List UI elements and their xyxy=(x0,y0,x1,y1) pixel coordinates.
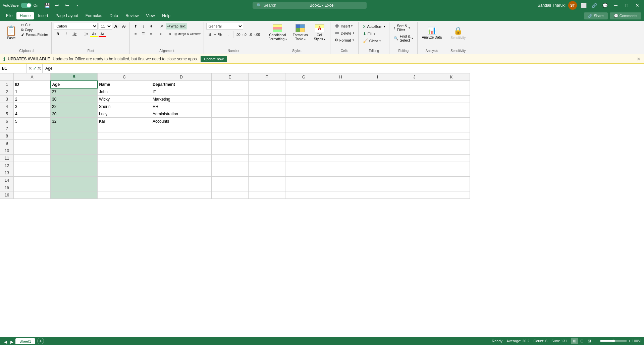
col-header-I[interactable]: I xyxy=(359,73,396,81)
cell-C4[interactable]: Sherin xyxy=(98,103,151,110)
cell-J15[interactable] xyxy=(396,184,433,191)
cell-K12[interactable] xyxy=(433,162,470,169)
cell-C7[interactable] xyxy=(98,125,151,132)
increase-font-btn[interactable]: A↑ xyxy=(113,23,120,30)
cell-A5[interactable]: 4 xyxy=(14,110,51,118)
cell-C3[interactable]: Wicky xyxy=(98,96,151,103)
cell-C10[interactable] xyxy=(98,147,151,155)
cell-A1[interactable]: ID xyxy=(14,81,51,88)
col-header-H[interactable]: H xyxy=(322,73,359,81)
comments-icon[interactable]: 💬 xyxy=(601,1,609,9)
row-header-16[interactable]: 16 xyxy=(0,191,14,199)
cell-F6[interactable] xyxy=(249,118,285,125)
cell-F5[interactable] xyxy=(249,110,285,118)
comments-button[interactable]: 💬 Comments xyxy=(610,12,641,19)
col-header-A[interactable]: A xyxy=(14,73,51,81)
cell-K14[interactable] xyxy=(433,177,470,184)
sort-filter-btn[interactable]: ↕ Sort &Filter ▾ xyxy=(392,23,415,33)
cell-I11[interactable] xyxy=(359,155,396,162)
cell-B12[interactable] xyxy=(51,162,98,169)
cell-G5[interactable] xyxy=(285,110,322,118)
cell-E4[interactable] xyxy=(212,103,249,110)
underline-button[interactable]: U ▾ xyxy=(71,31,78,37)
cell-F15[interactable] xyxy=(249,184,285,191)
col-header-G[interactable]: G xyxy=(285,73,322,81)
cell-E13[interactable] xyxy=(212,169,249,177)
cell-F1[interactable] xyxy=(249,81,285,88)
cell-B14[interactable] xyxy=(51,177,98,184)
align-top-btn[interactable]: ⬆ xyxy=(132,23,139,30)
cell-D14[interactable] xyxy=(151,177,212,184)
cell-H16[interactable] xyxy=(322,191,359,199)
cell-H10[interactable] xyxy=(322,147,359,155)
fill-btn[interactable]: ⬇ Fill ▾ xyxy=(361,31,387,37)
cell-H11[interactable] xyxy=(322,155,359,162)
sheet-tab-sheet1[interactable]: Sheet1 xyxy=(15,338,35,344)
cell-A15[interactable] xyxy=(14,184,51,191)
cell-D3[interactable]: Marketing xyxy=(151,96,212,103)
cell-C11[interactable] xyxy=(98,155,151,162)
row-header-2[interactable]: 2 xyxy=(0,88,14,96)
cell-F3[interactable] xyxy=(249,96,285,103)
cell-E3[interactable] xyxy=(212,96,249,103)
quick-access-dropdown[interactable]: ▾ xyxy=(73,1,81,9)
cell-B15[interactable] xyxy=(51,184,98,191)
cell-E1[interactable] xyxy=(212,81,249,88)
cell-H4[interactable] xyxy=(322,103,359,110)
cell-B2[interactable]: 27 xyxy=(51,88,98,96)
align-left-btn[interactable]: ≡ xyxy=(132,31,139,37)
cell-I16[interactable] xyxy=(359,191,396,199)
cell-K7[interactable] xyxy=(433,125,470,132)
copy-button[interactable]: ⧉ Copy xyxy=(20,27,49,32)
user-avatar[interactable]: ST xyxy=(568,1,577,10)
col-header-B[interactable]: B xyxy=(51,73,98,81)
col-header-C[interactable]: C xyxy=(98,73,151,81)
cell-B7[interactable] xyxy=(51,125,98,132)
format-table-btn[interactable]: Format asTable ▾ xyxy=(290,23,311,43)
share-icon[interactable]: 🔗 xyxy=(590,1,598,9)
tab-nav-left[interactable]: ◀ xyxy=(3,340,8,344)
cell-E7[interactable] xyxy=(212,125,249,132)
cell-K9[interactable] xyxy=(433,140,470,147)
cell-G6[interactable] xyxy=(285,118,322,125)
cell-A9[interactable] xyxy=(14,140,51,147)
cell-K3[interactable] xyxy=(433,96,470,103)
cell-D9[interactable] xyxy=(151,140,212,147)
cell-I13[interactable] xyxy=(359,169,396,177)
cell-I7[interactable] xyxy=(359,125,396,132)
cell-H7[interactable] xyxy=(322,125,359,132)
cell-B8[interactable] xyxy=(51,132,98,140)
cell-J3[interactable] xyxy=(396,96,433,103)
cell-G1[interactable] xyxy=(285,81,322,88)
wrap-text-btn[interactable]: ⏎ Wrap Text xyxy=(166,23,187,30)
menu-file[interactable]: File xyxy=(3,12,16,19)
row-header-5[interactable]: 5 xyxy=(0,110,14,118)
decrease-indent-btn[interactable]: ⇤ xyxy=(158,31,165,37)
cell-F13[interactable] xyxy=(249,169,285,177)
insert-cells-btn[interactable]: ➕ Insert ▾ xyxy=(333,23,356,29)
increase-indent-btn[interactable]: ⇥ xyxy=(166,31,172,37)
cell-C2[interactable]: John xyxy=(98,88,151,96)
cell-D1[interactable]: Department xyxy=(151,81,212,88)
formula-confirm-icon[interactable]: ✓ xyxy=(33,66,37,71)
font-family-select[interactable]: Calibri xyxy=(54,23,98,30)
cell-D12[interactable] xyxy=(151,162,212,169)
cell-F10[interactable] xyxy=(249,147,285,155)
menu-data[interactable]: Data xyxy=(106,12,121,19)
normal-view-btn[interactable]: ⊞ xyxy=(571,338,578,344)
cell-E14[interactable] xyxy=(212,177,249,184)
col-header-D[interactable]: D xyxy=(151,73,212,81)
merge-center-btn[interactable]: ⊞ Merge & Center ▾ xyxy=(173,31,202,37)
cell-G3[interactable] xyxy=(285,96,322,103)
menu-home[interactable]: Home xyxy=(16,12,34,19)
cell-F16[interactable] xyxy=(249,191,285,199)
cell-A8[interactable] xyxy=(14,132,51,140)
col-header-K[interactable]: K xyxy=(433,73,470,81)
cell-E15[interactable] xyxy=(212,184,249,191)
update-now-button[interactable]: Update now xyxy=(201,56,227,62)
find-select-btn[interactable]: 🔍 Find &Select ▾ xyxy=(392,33,415,43)
col-header-J[interactable]: J xyxy=(396,73,433,81)
cell-A12[interactable] xyxy=(14,162,51,169)
cell-J5[interactable] xyxy=(396,110,433,118)
add-sheet-button[interactable]: + xyxy=(37,338,44,344)
